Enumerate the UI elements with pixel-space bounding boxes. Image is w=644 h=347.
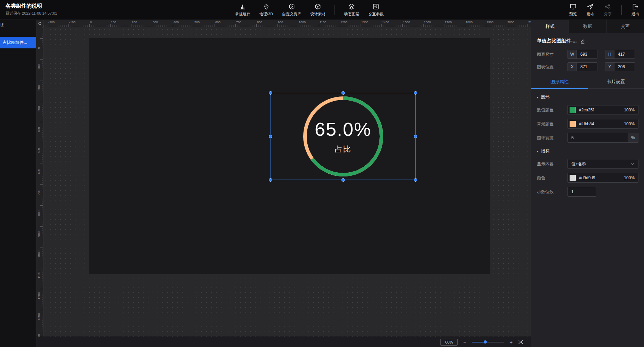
selection-handle[interactable] [414,135,417,138]
chart-size-row: 图表尺寸 W H [537,50,638,59]
toolbar-item-label: 动态图层 [344,11,359,17]
layers-panel-label: 图层 [0,22,3,27]
color-hex: #fdbb84 [579,121,594,126]
ruler-tick-label: 300 [37,106,41,111]
color-opacity: 100% [624,175,635,180]
publish-button[interactable]: 发布 [587,3,594,17]
decimal-places-input[interactable] [567,187,596,197]
zoom-in-button[interactable]: + [509,339,513,345]
color-hex: #2ca25f [579,108,594,112]
selection-handle[interactable] [341,178,345,182]
preview-button[interactable]: 预览 [569,3,577,17]
canvas-area: -200-10001002003004005006007008009001000… [36,20,531,347]
ruler-tick-label: -100 [69,21,75,24]
toolbar-item-regular-components[interactable]: 常规组件 [235,3,250,17]
selection-handle[interactable] [414,178,417,182]
selection-handle[interactable] [341,91,345,95]
color-opacity: 100% [624,121,635,126]
zoom-level-select[interactable]: 60% [440,339,458,346]
last-saved-text: 最近保存 2022-11-08 14:57:01 [6,11,57,16]
display-content-select[interactable]: 值+名称 [567,159,638,169]
selected-widget[interactable]: 65.0% 占比 [271,93,416,180]
subtab-graphic-properties[interactable]: 图形属性 [531,75,588,88]
background-color-input[interactable]: #fdbb84 100% [567,119,638,129]
ruler-tick-label: 1300 [37,313,41,320]
zoom-slider[interactable] [472,340,504,344]
width-prefix: W [568,50,577,58]
layers-icon [348,3,355,10]
header-actions: 预览 发布 分享 退出 [569,0,639,20]
toolbar-item-interaction-params[interactable]: 交互参数 [368,3,384,17]
width-input[interactable] [577,50,597,58]
zoom-slider-knob[interactable] [484,340,487,344]
donut-value-text: 65.0% [315,118,371,140]
ruler-h: -200-10001002003004005006007008009001000… [43,20,531,27]
ruler-tick-label: 800 [37,211,41,216]
layers-sidebar: 图层 占比图组件... [0,20,36,347]
donut-center-text: 65.0% 占比 [302,95,384,178]
toolbar-item-label: 地理/3D [259,11,273,17]
ruler-tick-label: 800 [257,21,262,24]
ruler-tick-label: 300 [153,21,158,24]
ruler-tick-label: 1200 [340,21,347,24]
ring-width-input[interactable] [568,133,628,142]
tab-interaction[interactable]: 交互 [607,20,644,33]
section-ring-header[interactable]: ▾ 圆环 [537,94,638,100]
ruler-tick-label: 1200 [37,292,41,299]
zoom-slider-active [472,342,485,342]
toolbar-item-geo-3d[interactable]: 地理/3D [259,3,273,17]
ruler-tick-label: 1000 [37,251,41,258]
fit-to-screen-icon[interactable] [518,339,523,345]
sliders-icon [372,3,379,10]
tab-style[interactable]: 样式 [531,20,569,33]
height-field-group: H [605,50,635,59]
canvas-viewport[interactable]: 65.0% 占比 [43,27,531,337]
exit-button[interactable]: 退出 [631,3,639,17]
prop-label: 圆环宽度 [537,135,567,141]
height-prefix: H [605,50,614,58]
height-input[interactable] [614,50,635,58]
toolbar-item-custom-assets[interactable]: 自定义资产 [282,3,301,17]
project-info: 各类组件的说明 最近保存 2022-11-08 14:57:01 [6,3,57,16]
x-input[interactable] [577,63,597,71]
layer-item-selected[interactable]: 占比图组件... [0,37,36,48]
y-input[interactable] [614,63,635,71]
chart-size-label: 图表尺寸 [537,52,567,57]
toolbar-item-design-materials[interactable]: 设计素材 [310,3,325,17]
zoom-out-button[interactable]: − [463,339,466,345]
section-indicator-header[interactable]: ▾ 指标 [537,148,638,154]
selection-handle[interactable] [269,135,272,138]
share-button[interactable]: 分享 [604,3,612,17]
subtab-card-settings[interactable]: 卡片设置 [588,75,644,88]
value-color-input[interactable]: #2ca25f 100% [567,105,638,115]
selection-handle[interactable] [269,178,272,182]
prop-label: 背景颜色 [537,121,567,127]
ruler-tick-label: 1700 [445,21,452,24]
ruler-tick-label: 0 [37,47,41,49]
display-content-row: 显示内容 值+名称 [537,159,638,169]
toolbar-item-dynamic-layers[interactable]: 动态图层 [344,3,359,17]
y-field-group: Y [605,62,635,71]
inspector-body: 单值占比图组件-... 图表尺寸 W H 图表位置 X Y [531,33,644,347]
selection-handle[interactable] [414,91,417,95]
tab-data[interactable]: 数据 [569,20,606,33]
color-swatch[interactable] [570,107,576,113]
ruler-tick-label: 1400 [382,21,389,24]
action-label: 预览 [569,11,577,17]
edit-icon[interactable] [580,39,585,44]
indicator-color-input[interactable]: #d9d9d9 100% [567,173,638,183]
chart-bar-icon [239,3,246,10]
donut-progress-chart[interactable]: 65.0% 占比 [302,95,384,178]
color-swatch[interactable] [570,121,576,127]
prop-label: 颜色 [537,175,567,181]
toolbar-divider [335,5,335,15]
color-swatch[interactable] [570,175,576,181]
decimal-places-row: 小数位数 [537,187,638,197]
toolbar-item-label: 自定义资产 [282,11,301,17]
action-label: 分享 [604,11,612,17]
cube-icon [314,3,321,10]
ruler-tick-label: 500 [194,21,200,24]
selection-handle[interactable] [269,91,272,95]
ruler-reset-button[interactable] [36,20,43,27]
action-label: 退出 [631,11,639,17]
